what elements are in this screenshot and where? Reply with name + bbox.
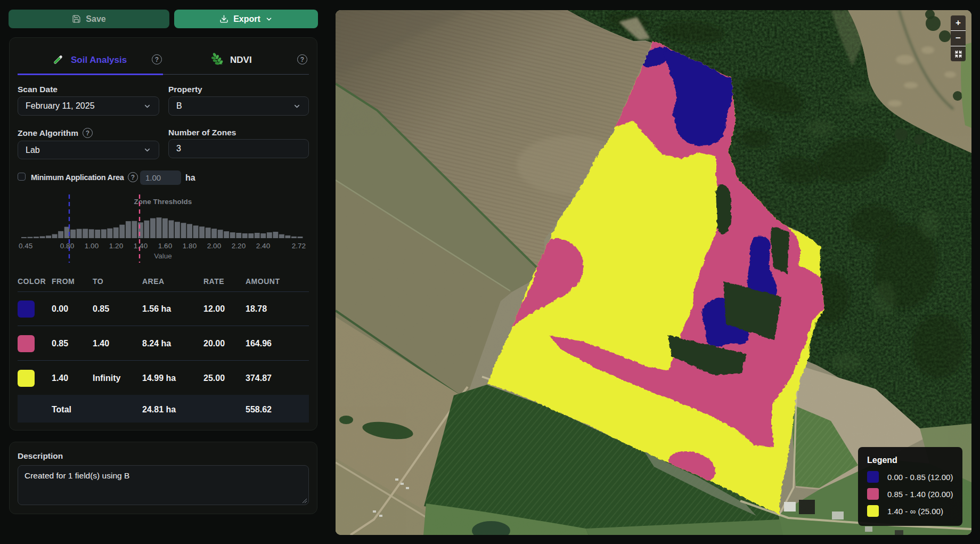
svg-text:0.80: 0.80 <box>60 242 74 250</box>
svg-text:1.20: 1.20 <box>109 242 123 250</box>
svg-text:Value: Value <box>154 252 172 260</box>
svg-text:2.00: 2.00 <box>207 242 221 250</box>
svg-text:2.20: 2.20 <box>232 242 246 250</box>
svg-text:1.60: 1.60 <box>158 242 172 250</box>
svg-text:1.00: 1.00 <box>85 242 99 250</box>
svg-text:1.80: 1.80 <box>183 242 197 250</box>
svg-text:1.40: 1.40 <box>134 242 148 250</box>
svg-text:2.72: 2.72 <box>292 242 306 250</box>
svg-text:2.40: 2.40 <box>256 242 270 250</box>
svg-text:Zone Thresholds: Zone Thresholds <box>134 198 192 206</box>
svg-text:0.45: 0.45 <box>19 242 32 250</box>
